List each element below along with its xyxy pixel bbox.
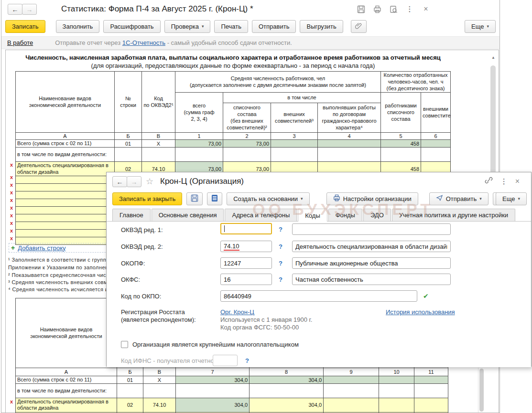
delete-row-icon[interactable]: x	[10, 228, 13, 233]
export-button[interactable]: Выгрузить	[300, 20, 343, 33]
save-icon[interactable]	[355, 3, 367, 15]
okved2-input[interactable]: 74.10	[220, 241, 272, 252]
back-button[interactable]: ←	[8, 4, 22, 15]
okpo-input[interactable]	[220, 290, 417, 302]
add-row-link[interactable]: Добавить строку	[18, 244, 65, 252]
cell-value[interactable]: 458	[381, 140, 421, 148]
cell-value[interactable]	[379, 398, 414, 412]
okved1-desc-input[interactable]	[292, 223, 451, 235]
delete-row-icon[interactable]: x	[10, 220, 13, 226]
status-state-link[interactable]: В работе	[7, 39, 33, 46]
tab-funds[interactable]: Фонды	[328, 209, 362, 221]
tab-codes[interactable]: Коды	[298, 209, 327, 222]
send-button[interactable]: Отправить▾	[429, 192, 489, 205]
help-icon[interactable]: ?	[245, 357, 249, 364]
cell-name[interactable]: Деятельность специализированная в област…	[16, 162, 115, 176]
help-icon[interactable]: ?	[279, 243, 282, 250]
largest-taxpayer-checkbox[interactable]	[121, 341, 128, 348]
register-records-button[interactable]	[207, 192, 222, 205]
help-icon[interactable]: ?	[279, 260, 282, 267]
footnote: ⁴ Средняя численность исчисляется исх	[8, 286, 114, 292]
cell-value[interactable]: 304,0	[176, 376, 250, 384]
help-icon[interactable]: ?	[279, 276, 282, 283]
ifns-input[interactable]	[213, 355, 238, 366]
rosstat-registration-link[interactable]: Орг. Крон-Ц	[220, 308, 254, 316]
kebab-menu-icon[interactable]: ⋮	[500, 177, 508, 186]
back-button[interactable]: ←	[112, 176, 127, 187]
okved2-desc-input[interactable]	[292, 241, 451, 252]
send-button[interactable]: Отправить	[252, 20, 296, 33]
scrollbar-thumb[interactable]	[479, 369, 484, 412]
org-settings-button[interactable]: Настройки организации	[326, 192, 418, 205]
vertical-scrollbar-bottom[interactable]	[478, 368, 485, 413]
okfs-input[interactable]	[220, 274, 272, 285]
1c-reporting-link[interactable]: 1С-Отчетность	[122, 39, 165, 46]
check-button[interactable]: Проверка▾	[164, 20, 211, 33]
cell-name[interactable]: Деятельность специализированная в област…	[16, 398, 117, 412]
usage-history-link[interactable]: История использования	[386, 308, 455, 316]
delete-row-icon[interactable]: x	[10, 197, 13, 203]
tab-accounting-policy[interactable]: Учетная политика и другие настройки	[392, 209, 515, 221]
cell-value[interactable]	[324, 376, 379, 384]
cell-row-no[interactable]: 02	[117, 398, 143, 412]
delete-row-icon[interactable]: x	[10, 399, 13, 404]
tab-addresses[interactable]: Адреса и телефоны	[225, 209, 297, 221]
print-button[interactable]: Печать	[214, 20, 248, 33]
kebab-menu-icon[interactable]: ⋮	[404, 3, 415, 15]
create-based-on-button[interactable]: Создать на основании▾	[227, 192, 309, 205]
tab-edo[interactable]: ЭДО	[363, 209, 391, 221]
get-link-icon[interactable]	[485, 176, 493, 186]
cell-value[interactable]	[324, 398, 379, 412]
cell-value[interactable]	[318, 140, 381, 148]
cell-value[interactable]: 73,00	[223, 140, 271, 148]
cell-name[interactable]: Всего (сумма строк с 02 по 11)	[16, 140, 115, 148]
tab-basic-info[interactable]: Основные сведения	[152, 209, 224, 221]
cell-okved[interactable]: X	[143, 376, 176, 384]
cell-value[interactable]	[271, 140, 318, 148]
preview-icon[interactable]	[388, 3, 399, 15]
delete-row-icon[interactable]: x	[10, 205, 13, 211]
save-and-close-button[interactable]: Записать и закрыть	[112, 192, 182, 205]
print-icon[interactable]	[371, 3, 383, 15]
delete-row-icon[interactable]: x	[10, 212, 13, 218]
okopf-input[interactable]	[220, 257, 272, 269]
delete-row-icon[interactable]: x	[10, 182, 13, 188]
favorite-star-icon[interactable]: ☆	[146, 176, 153, 187]
okopf-desc-input[interactable]	[292, 257, 451, 269]
close-icon[interactable]: ×	[515, 177, 520, 186]
forward-button[interactable]: →	[127, 176, 141, 187]
delete-row-icon[interactable]: x	[10, 174, 13, 180]
more-button[interactable]: Еще▾	[465, 20, 496, 33]
cell-value[interactable]	[379, 376, 414, 384]
cell-value[interactable]	[421, 140, 451, 148]
delete-row-icon[interactable]: x	[10, 162, 13, 168]
cell-value[interactable]	[414, 376, 448, 384]
cell-value[interactable]	[414, 398, 448, 412]
cell-row-no[interactable]: 01	[115, 140, 142, 148]
help-icon[interactable]: ?	[279, 226, 282, 233]
save-icon-button[interactable]	[186, 192, 203, 205]
cell-value[interactable]: 304,0	[250, 398, 324, 412]
okfs-desc-input[interactable]	[292, 274, 451, 285]
okved1-input[interactable]	[220, 223, 272, 234]
cell-name[interactable]: в том числе по видам деятельности:	[16, 148, 115, 162]
cell-name[interactable]: в том числе по видам деятельности:	[16, 384, 117, 398]
save-button[interactable]: Записать	[5, 20, 45, 33]
cell-value[interactable]: 304,0	[250, 376, 324, 384]
cell-row-no[interactable]: 01	[117, 376, 143, 384]
forward-button[interactable]: →	[22, 4, 37, 15]
close-icon[interactable]: ×	[420, 3, 432, 15]
cell-value[interactable]: 73,00	[175, 140, 223, 148]
cell-value[interactable]: 304,0	[176, 398, 250, 412]
cell-okved[interactable]: 74.10	[143, 398, 176, 412]
cell-okved[interactable]: X	[142, 140, 175, 148]
cell-name[interactable]: Всего (сумма строк с 02 по 11)	[16, 376, 117, 384]
scroll-up-icon[interactable]: ▲	[489, 54, 497, 62]
fill-button[interactable]: Заполнить	[56, 20, 100, 33]
attachment-button[interactable]	[351, 20, 367, 33]
decrypt-button[interactable]: Расшифровать	[103, 20, 160, 33]
delete-row-icon[interactable]: x	[10, 235, 13, 241]
tab-main[interactable]: Главное	[112, 209, 151, 221]
delete-row-icon[interactable]: x	[10, 190, 13, 195]
more-button[interactable]: Еще▾	[496, 192, 527, 205]
